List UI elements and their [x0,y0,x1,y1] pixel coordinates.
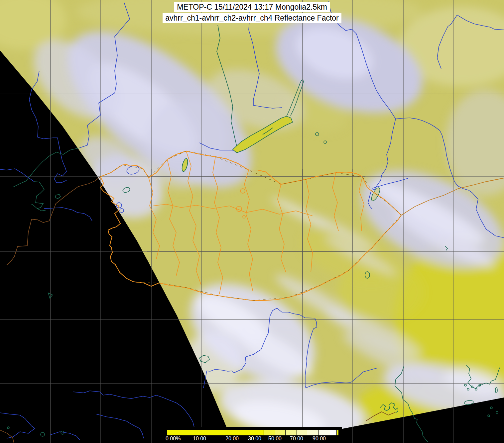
title-line-1-wrap: METOP-C 15/11/2024 13:17 Mongolia2.5km [0,2,504,13]
colorbar-label: 50.00 [268,436,282,442]
satellite-product-screen: METOP-C 15/11/2024 13:17 Mongolia2.5km a… [0,0,504,443]
colorbar-tick [275,430,275,435]
title-line-2-wrap: avhrr_ch1-avhrr_ch2-avhrr_ch4 Reflectanc… [0,13,504,24]
colorbar-tick [307,430,307,435]
colorbar-gradient [167,430,336,435]
map-title: METOP-C 15/11/2024 13:17 Mongolia2.5km a… [0,2,504,24]
colorbar-label: 30.00 [248,436,261,442]
title-line-2: avhrr_ch1-avhrr_ch2-avhrr_ch4 Reflectanc… [163,13,341,23]
colorbar-label: 20.00 [225,436,239,442]
satellite-map [0,0,504,443]
colorbar-tick [253,430,253,435]
colorbar: 0.00% 10.00 20.00 30.00 50.00 70.00 90.0… [163,427,342,443]
colorbar-tick [330,430,330,435]
colorbar-tick [318,430,319,435]
colorbar-label: 70.00 [290,436,303,442]
colorbar-overflow-tip [337,430,338,435]
colorbar-tick [297,430,297,435]
colorbar-tick [232,430,232,435]
colorbar-tick [199,430,199,435]
colorbar-tick [264,430,264,435]
colorbar-label: 10.00 [193,436,206,442]
colorbar-label: 0.00% [166,436,181,442]
title-line-1: METOP-C 15/11/2024 13:17 Mongolia2.5km [174,2,330,12]
colorbar-label: 90.00 [313,436,326,442]
colorbar-tick [285,430,286,435]
